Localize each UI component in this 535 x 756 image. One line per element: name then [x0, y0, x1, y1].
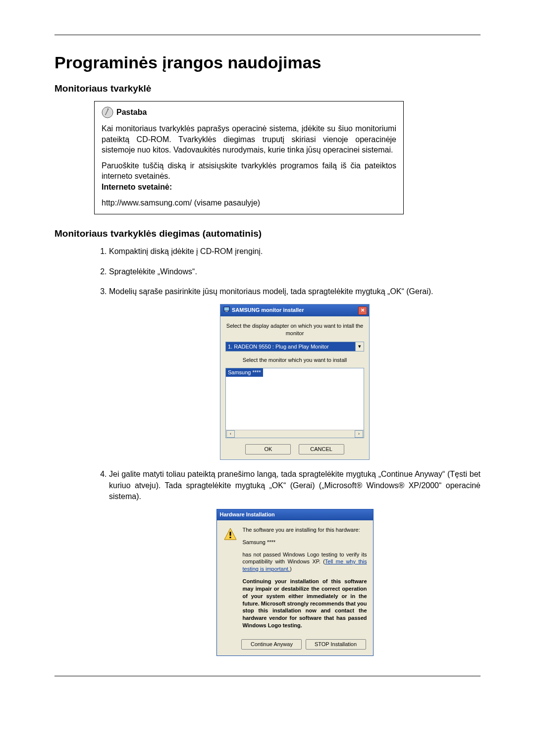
scroll-left-icon[interactable]: ‹: [226, 430, 235, 438]
svg-rect-3: [225, 311, 228, 312]
ok-button[interactable]: OK: [245, 444, 291, 454]
note-header: Pastaba: [102, 106, 396, 118]
dialog-text: The software you are installing for this…: [243, 526, 367, 634]
adapter-combobox[interactable]: 1. RADEON 9550 : Plug and Play Monitor ▾: [225, 342, 364, 352]
note-label: Pastaba: [116, 107, 147, 118]
step-text: Jei galite matyti toliau pateiktą praneš…: [109, 470, 481, 501]
internet-url: http://www.samsung.com/ (visame pasaulyj…: [102, 198, 396, 208]
combobox-value: 1. RADEON 9550 : Plug and Play Monitor: [226, 342, 355, 351]
titlebar-left: SAMSUNG monitor installer: [223, 306, 304, 314]
stop-installation-button[interactable]: STOP Installation: [306, 639, 366, 650]
note-box: Pastaba Kai monitoriaus tvarkyklės papra…: [94, 101, 404, 214]
instruction-text: Select the display adapter on which you …: [225, 322, 364, 338]
svg-rect-5: [229, 532, 231, 536]
page-title: Programinės įrangos naudojimas: [54, 53, 481, 72]
instruction-text: Select the monitor which you want to ins…: [225, 356, 364, 364]
svg-rect-6: [229, 537, 231, 538]
button-row: Continue Anyway STOP Installation: [217, 639, 373, 655]
top-rule: [54, 35, 481, 35]
section-heading: Monitoriaus tvarkyklė: [54, 83, 481, 94]
section-auto-install: Monitoriaus tvarkyklės diegimas (automat…: [54, 228, 481, 656]
cancel-button[interactable]: CANCEL: [299, 444, 344, 454]
svg-rect-1: [107, 108, 108, 110]
horizontal-scrollbar[interactable]: ‹ ›: [226, 430, 364, 438]
list-item: Kompaktinį diską įdėkite į CD-ROM įrengi…: [109, 246, 481, 257]
hw-line: The software you are installing for this…: [243, 526, 367, 534]
bottom-rule: [54, 676, 481, 676]
section-heading: Monitoriaus tvarkyklės diegimas (automat…: [54, 228, 481, 239]
dialog-body: The software you are installing for this…: [217, 520, 373, 639]
continue-anyway-button[interactable]: Continue Anyway: [241, 639, 302, 650]
note-icon: [102, 106, 113, 118]
step-text: Modelių sąraše pasirinkite jūsų monitori…: [109, 287, 433, 296]
button-row: OK CANCEL: [225, 444, 364, 454]
note-paragraph: Paruoškite tuščią diską ir atsisiųskite …: [102, 160, 396, 193]
note-text: Paruoškite tuščią diską ir atsisiųskite …: [102, 161, 396, 181]
installer-dialog: SAMSUNG monitor installer ✕ Select the d…: [220, 304, 370, 460]
document-page: Programinės įrangos naudojimas Monitoria…: [0, 0, 535, 706]
hardware-installation-dialog: Hardware Installation The software you a…: [216, 509, 374, 656]
scroll-right-icon[interactable]: ›: [355, 430, 363, 438]
list-item: Jei galite matyti toliau pateiktą praneš…: [109, 469, 481, 656]
chevron-down-icon[interactable]: ▾: [355, 342, 364, 351]
dialog-title: Hardware Installation: [220, 511, 275, 518]
dialog-body: Select the display adapter on which you …: [220, 316, 369, 460]
hw-line: Samsung ****: [243, 539, 367, 546]
titlebar: Hardware Installation: [217, 509, 373, 520]
listbox-selected-item[interactable]: Samsung ****: [226, 368, 263, 377]
hw-warning-bold: Continuing your installation of this sof…: [243, 578, 367, 629]
svg-rect-2: [224, 307, 229, 311]
model-listbox[interactable]: Samsung **** ‹ ›: [225, 368, 364, 438]
hw-line: has not passed Windows Logo testing to v…: [243, 551, 367, 573]
titlebar: SAMSUNG monitor installer ✕: [220, 304, 369, 316]
warning-icon: [223, 526, 238, 634]
app-icon: [223, 306, 230, 314]
close-icon[interactable]: ✕: [358, 306, 367, 315]
internet-label: Interneto svetainė:: [102, 183, 172, 191]
dialog-title: SAMSUNG monitor installer: [232, 306, 304, 314]
install-steps-list: Kompaktinį diską įdėkite į CD-ROM įrengi…: [94, 246, 481, 656]
list-item: Spragtelėkite „Windows“.: [109, 266, 481, 277]
list-item: Modelių sąraše pasirinkite jūsų monitori…: [109, 286, 481, 460]
note-paragraph: Kai monitoriaus tvarkyklės paprašys oper…: [102, 123, 396, 155]
